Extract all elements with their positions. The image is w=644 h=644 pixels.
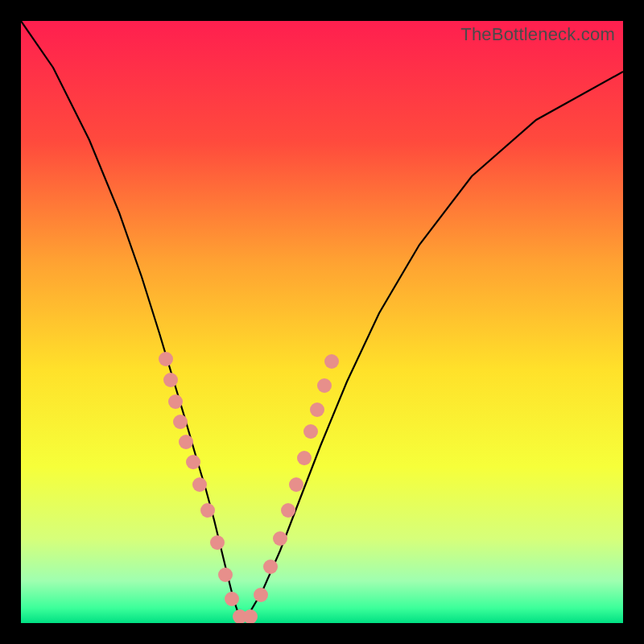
curve-right_curve <box>246 72 623 618</box>
highlight-dot <box>324 354 339 369</box>
chart-curves <box>21 21 623 623</box>
highlight-dot <box>192 477 207 492</box>
highlight-dot <box>263 559 278 574</box>
highlight-dot <box>218 568 233 582</box>
highlight-dot <box>303 424 318 439</box>
highlight-dot <box>159 352 173 366</box>
highlight-dot <box>254 588 268 602</box>
highlight-dot <box>297 451 312 465</box>
highlight-dot <box>168 394 183 409</box>
highlight-dot <box>243 609 258 623</box>
highlight-dot <box>273 531 287 546</box>
highlight-dot <box>210 535 225 550</box>
chart-plot-area: TheBottleneck.com <box>21 21 623 623</box>
highlight-dot <box>281 503 295 518</box>
curve-left_curve <box>21 21 240 618</box>
highlight-dot <box>173 415 188 429</box>
highlight-dot <box>186 455 200 469</box>
highlight-dot <box>179 435 193 449</box>
highlight-dot <box>289 477 303 492</box>
highlight-dot <box>225 592 239 606</box>
highlight-dot <box>200 503 215 518</box>
highlight-dot <box>317 378 332 393</box>
highlight-dot <box>310 402 324 417</box>
highlight-dot <box>163 373 178 387</box>
